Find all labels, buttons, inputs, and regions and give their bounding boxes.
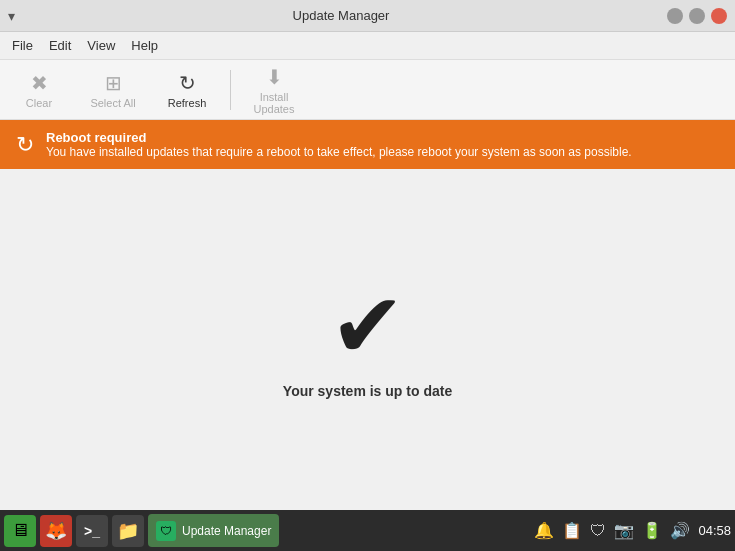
menubar: File Edit View Help <box>0 32 735 60</box>
main-content: ✔ Your system is up to date <box>0 169 735 510</box>
close-button[interactable]: ✕ <box>711 8 727 24</box>
taskbar-icon-home[interactable]: 🖥 <box>4 515 36 547</box>
taskbar-right: 🔔 📋 🛡 📷 🔋 🔊 04:58 <box>534 521 731 540</box>
refresh-label: Refresh <box>168 97 207 109</box>
clipboard-icon[interactable]: 📋 <box>562 521 582 540</box>
camera-icon[interactable]: 📷 <box>614 521 634 540</box>
battery-icon[interactable]: 🔋 <box>642 521 662 540</box>
taskbar-icon-terminal[interactable]: >_ <box>76 515 108 547</box>
menu-view[interactable]: View <box>79 34 123 57</box>
taskbar-active-window[interactable]: 🛡 Update Manager <box>148 514 279 547</box>
shield-icon[interactable]: 🛡 <box>590 522 606 540</box>
select-all-icon: ⊞ <box>105 71 122 95</box>
clear-icon: ✖ <box>31 71 48 95</box>
menu-help[interactable]: Help <box>123 34 166 57</box>
refresh-button[interactable]: ↻ Refresh <box>152 63 222 117</box>
install-icon: ⬇ <box>266 65 283 89</box>
menu-edit[interactable]: Edit <box>41 34 79 57</box>
maximize-button[interactable]: ❐ <box>689 8 705 24</box>
menu-file[interactable]: File <box>4 34 41 57</box>
titlebar-left: ▾ <box>8 8 15 24</box>
taskbar-icon-files[interactable]: 📁 <box>112 515 144 547</box>
window-controls: — ❐ ✕ <box>667 8 727 24</box>
install-updates-button[interactable]: ⬇ Install Updates <box>239 63 309 117</box>
window-title: Update Manager <box>15 8 667 23</box>
notification-bell-icon[interactable]: 🔔 <box>534 521 554 540</box>
up-to-date-label: Your system is up to date <box>283 383 452 399</box>
main-window: ▾ Update Manager — ❐ ✕ File Edit View He… <box>0 0 735 510</box>
clock: 04:58 <box>698 523 731 538</box>
taskbar: 🖥 🦊 >_ 📁 🛡 Update Manager 🔔 📋 🛡 📷 🔋 🔊 04… <box>0 510 735 551</box>
checkmark-icon: ✔ <box>330 281 405 371</box>
clear-label: Clear <box>26 97 52 109</box>
select-all-button[interactable]: ⊞ Select All <box>78 63 148 117</box>
install-label: Install Updates <box>239 91 309 115</box>
volume-icon[interactable]: 🔊 <box>670 521 690 540</box>
taskbar-update-manager-icon: 🛡 <box>156 521 176 541</box>
taskbar-active-label: Update Manager <box>182 524 271 538</box>
select-all-label: Select All <box>90 97 135 109</box>
notification-description: You have installed updates that require … <box>46 145 632 159</box>
reboot-icon: ↻ <box>16 132 34 158</box>
notification-text: Reboot required You have installed updat… <box>46 130 632 159</box>
minimize-button[interactable]: — <box>667 8 683 24</box>
titlebar: ▾ Update Manager — ❐ ✕ <box>0 0 735 32</box>
notification-bar: ↻ Reboot required You have installed upd… <box>0 120 735 169</box>
taskbar-left: 🖥 🦊 >_ 📁 🛡 Update Manager <box>4 514 279 547</box>
refresh-icon: ↻ <box>179 71 196 95</box>
taskbar-icon-firefox[interactable]: 🦊 <box>40 515 72 547</box>
clear-button[interactable]: ✖ Clear <box>4 63 74 117</box>
toolbar-separator <box>230 70 231 110</box>
toolbar: ✖ Clear ⊞ Select All ↻ Refresh ⬇ Install… <box>0 60 735 120</box>
window-menu-icon[interactable]: ▾ <box>8 8 15 24</box>
notification-title: Reboot required <box>46 130 632 145</box>
